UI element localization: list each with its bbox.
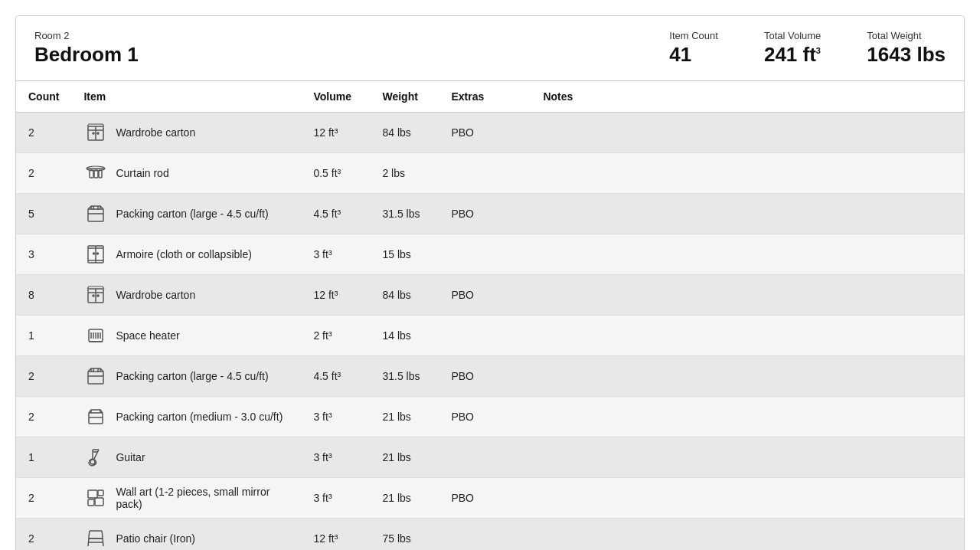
row-item: Armoire (cloth or collapsible) (71, 234, 301, 275)
packing-carton-large-icon (83, 201, 108, 226)
row-item: Patio chair (Iron) (71, 519, 301, 551)
row-count: 8 (16, 275, 71, 316)
row-notes (531, 113, 964, 153)
row-notes (531, 478, 964, 519)
row-weight: 14 lbs (370, 316, 439, 356)
row-extras: PBO (439, 194, 531, 234)
row-extras (439, 519, 531, 551)
row-volume: 3 ft³ (301, 397, 370, 437)
row-weight: 84 lbs (370, 275, 439, 316)
svg-rect-7 (90, 170, 93, 178)
svg-rect-32 (89, 413, 103, 424)
space-heater-icon (83, 323, 108, 348)
svg-rect-40 (95, 498, 103, 506)
table-row: 1 Guitar3 ft³21 lbs (16, 437, 964, 478)
row-item-name: Armoire (cloth or collapsible) (116, 248, 251, 260)
total-weight-label: Total Weight (867, 30, 946, 41)
row-weight: 84 lbs (370, 113, 439, 153)
row-item: Packing carton (medium - 3.0 cu/ft) (71, 397, 301, 437)
svg-point-21 (93, 295, 94, 296)
table-row: 2 Packing carton (medium - 3.0 cu/ft)3 f… (16, 397, 964, 437)
items-table: Count Item Volume Weight Extras Notes 2 … (16, 81, 964, 550)
row-count: 2 (16, 113, 71, 153)
patio-chair-icon (83, 526, 108, 550)
wardrobe-carton-icon (83, 120, 108, 145)
row-count: 2 (16, 519, 71, 551)
row-item-name: Packing carton (medium - 3.0 cu/ft) (116, 411, 283, 423)
svg-rect-30 (88, 372, 103, 384)
row-item-name: Wardrobe carton (116, 289, 195, 301)
svg-point-17 (97, 253, 99, 254)
svg-rect-39 (88, 499, 94, 506)
svg-point-4 (97, 133, 99, 134)
row-notes (531, 397, 964, 437)
table-row: 2 Wall art (1-2 pieces, small mirror pac… (16, 478, 964, 519)
row-volume: 12 ft³ (301, 519, 370, 551)
row-item-name: Space heater (116, 329, 179, 342)
row-count: 1 (16, 316, 71, 356)
col-header-volume: Volume (301, 81, 370, 113)
row-extras: PBO (439, 113, 531, 153)
row-weight: 21 lbs (370, 437, 439, 478)
svg-point-36 (90, 460, 95, 464)
row-count: 2 (16, 397, 71, 437)
row-extras: PBO (439, 397, 531, 437)
row-count: 2 (16, 478, 71, 519)
row-extras: PBO (439, 478, 531, 519)
row-notes (531, 275, 964, 316)
row-notes (531, 437, 964, 478)
curtain-rod-icon (83, 161, 108, 185)
row-extras: PBO (439, 356, 531, 397)
col-header-item: Item (71, 81, 301, 113)
row-item: Wardrobe carton (71, 113, 301, 153)
table-row: 1 Space heater2 ft³14 lbs (16, 316, 964, 356)
row-notes (531, 356, 964, 397)
total-weight-value: 1643 lbs (867, 43, 946, 67)
row-extras (439, 437, 531, 478)
row-weight: 31.5 lbs (370, 194, 439, 234)
row-item-name: Guitar (116, 451, 145, 463)
row-weight: 21 lbs (370, 397, 439, 437)
table-row: 2 Wardrobe carton12 ft³84 lbsPBO (16, 113, 964, 153)
row-item: Wardrobe carton (71, 275, 301, 316)
row-volume: 0.5 ft³ (301, 153, 370, 194)
col-header-weight: Weight (370, 81, 439, 113)
row-notes (531, 153, 964, 194)
guitar-icon (83, 445, 108, 470)
packing-carton-large-icon (83, 364, 108, 388)
row-item: Packing carton (large - 4.5 cu/ft) (71, 194, 301, 234)
row-item: Space heater (71, 316, 301, 356)
row-item-name: Curtain rod (116, 167, 168, 179)
row-volume: 3 ft³ (301, 478, 370, 519)
total-volume-value: 241 ft3 (764, 43, 821, 67)
row-item-name: Wall art (1-2 pieces, small mirror pack) (116, 486, 289, 510)
row-weight: 2 lbs (370, 153, 439, 194)
table-row: 3 Armoire (cloth or collapsible)3 ft³15 … (16, 234, 964, 275)
row-item: Guitar (71, 437, 301, 478)
room-label: Room 2 (34, 30, 669, 41)
row-extras (439, 316, 531, 356)
room-name: Bedroom 1 (34, 43, 669, 67)
item-count-stat: Item Count 41 (669, 30, 718, 67)
row-count: 3 (16, 234, 71, 275)
row-count: 2 (16, 356, 71, 397)
row-volume: 2 ft³ (301, 316, 370, 356)
row-volume: 12 ft³ (301, 275, 370, 316)
col-header-extras: Extras (439, 81, 531, 113)
row-item: Curtain rod (71, 153, 301, 194)
col-header-notes: Notes (531, 81, 964, 113)
svg-rect-10 (88, 209, 103, 221)
svg-rect-9 (99, 170, 102, 178)
packing-carton-medium-icon (83, 404, 108, 429)
col-header-count: Count (16, 81, 71, 113)
table-row: 5 Packing carton (large - 4.5 cu/ft)4.5 … (16, 194, 964, 234)
row-notes (531, 519, 964, 551)
row-extras: PBO (439, 275, 531, 316)
row-weight: 31.5 lbs (370, 356, 439, 397)
wardrobe-carton-icon (83, 283, 108, 307)
row-count: 1 (16, 437, 71, 478)
row-extras (439, 153, 531, 194)
row-item-name: Wardrobe carton (116, 126, 195, 139)
row-count: 5 (16, 194, 71, 234)
row-item-name: Packing carton (large - 4.5 cu/ft) (116, 370, 268, 382)
